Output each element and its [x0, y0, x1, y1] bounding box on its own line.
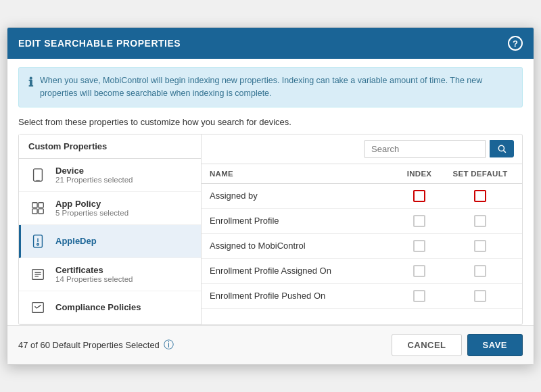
help-icon[interactable]: ?: [508, 36, 523, 51]
checkbox-default-2[interactable]: [474, 240, 486, 252]
checkbox-default-3[interactable]: [474, 265, 486, 277]
svg-point-14: [498, 146, 504, 151]
row-default-3: [446, 265, 514, 277]
svg-rect-5: [39, 209, 43, 214]
row-name-4: Enrollment Profile Pushed On: [210, 291, 392, 301]
checkbox-index-1[interactable]: [413, 215, 425, 227]
app-policy-icon: [28, 199, 47, 218]
app-policy-label: App Policy: [55, 199, 128, 209]
sidebar-item-compliance[interactable]: Compliance Policies: [19, 291, 201, 324]
device-label: Device: [55, 166, 133, 176]
sidebar-item-device[interactable]: Device 21 Properties selected: [19, 159, 201, 192]
row-default-0: [446, 190, 514, 202]
table-header: NAME INDEX SET DEFAULT: [202, 164, 522, 184]
search-button[interactable]: [490, 140, 514, 157]
checkbox-index-2[interactable]: [413, 240, 425, 252]
info-icon: ℹ: [28, 75, 33, 90]
sidebar-item-certificates[interactable]: Certificates 14 Properties selected: [19, 258, 201, 291]
svg-rect-2: [32, 203, 37, 207]
app-policy-sub: 5 Properties selected: [55, 209, 128, 217]
table-row: Assigned to MobiControl: [202, 234, 522, 259]
certificates-label: Certificates: [55, 265, 133, 275]
row-default-1: [446, 215, 514, 227]
left-panel: Custom Properties Device 21 Properties s…: [19, 134, 202, 324]
checkbox-index-3[interactable]: [413, 265, 425, 277]
table-row: Assigned by: [202, 184, 522, 209]
table-row: Enrollment Profile Pushed On: [202, 284, 522, 309]
sidebar-item-apple-dep[interactable]: AppleDep: [19, 225, 201, 258]
row-name-0: Assigned by: [210, 191, 392, 201]
info-banner: ℹ When you save, MobiControl will begin …: [18, 67, 523, 107]
checkbox-default-4[interactable]: [474, 290, 486, 302]
row-index-3: [392, 265, 446, 277]
save-button[interactable]: SAVE: [467, 334, 523, 356]
row-index-4: [392, 290, 446, 302]
apple-dep-icon: [28, 232, 47, 251]
certificates-icon: [28, 265, 47, 284]
cancel-button[interactable]: CANCEL: [392, 334, 461, 356]
svg-rect-4: [32, 209, 37, 214]
checkbox-index-0[interactable]: [413, 190, 425, 202]
footer-status: 47 of 60 Default Properties Selected ⓘ: [18, 339, 174, 351]
row-index-0: [392, 190, 446, 202]
search-bar: [202, 134, 522, 164]
apple-dep-label: AppleDep: [55, 236, 97, 246]
svg-rect-0: [34, 169, 43, 181]
sidebar-item-app-policy[interactable]: App Policy 5 Properties selected: [19, 192, 201, 225]
col-set-default: SET DEFAULT: [446, 170, 514, 178]
footer-info-icon[interactable]: ⓘ: [164, 339, 174, 351]
row-index-1: [392, 215, 446, 227]
checkbox-default-0[interactable]: [474, 190, 486, 202]
row-index-2: [392, 240, 446, 252]
row-default-2: [446, 240, 514, 252]
svg-rect-3: [39, 203, 43, 207]
footer-buttons: CANCEL SAVE: [392, 334, 523, 356]
checkbox-index-4[interactable]: [413, 290, 425, 302]
certificates-sub: 14 Properties selected: [55, 275, 133, 283]
compliance-label: Compliance Policies: [55, 302, 141, 312]
modal: EDIT SEARCHABLE PROPERTIES ? ℹ When you …: [7, 27, 534, 365]
row-name-1: Enrollment Profile: [210, 216, 392, 226]
checkbox-default-1[interactable]: [474, 215, 486, 227]
col-name: NAME: [210, 170, 392, 178]
compliance-icon: [28, 298, 47, 317]
modal-header: EDIT SEARCHABLE PROPERTIES ?: [7, 28, 534, 59]
device-icon: [28, 166, 47, 185]
content-area: Custom Properties Device 21 Properties s…: [18, 134, 523, 325]
footer-status-text: 47 of 60 Default Properties Selected: [18, 340, 160, 350]
table-row: Enrollment Profile: [202, 209, 522, 234]
table-row: Enrollment Profile Assigned On: [202, 259, 522, 284]
left-panel-header: Custom Properties: [19, 134, 201, 159]
svg-point-7: [37, 243, 39, 245]
device-sub: 21 Properties selected: [55, 176, 133, 184]
subtitle: Select from these properties to customiz…: [7, 113, 534, 134]
row-name-2: Assigned to MobiControl: [210, 241, 392, 251]
right-panel: NAME INDEX SET DEFAULT Assigned by Enrol…: [202, 134, 522, 324]
row-default-4: [446, 290, 514, 302]
info-text: When you save, MobiControl will begin in…: [40, 74, 513, 100]
modal-title: EDIT SEARCHABLE PROPERTIES: [18, 38, 181, 49]
modal-footer: 47 of 60 Default Properties Selected ⓘ C…: [7, 325, 534, 364]
svg-line-15: [504, 151, 506, 153]
row-name-3: Enrollment Profile Assigned On: [210, 266, 392, 276]
col-index: INDEX: [392, 170, 446, 178]
search-input[interactable]: [364, 140, 486, 158]
